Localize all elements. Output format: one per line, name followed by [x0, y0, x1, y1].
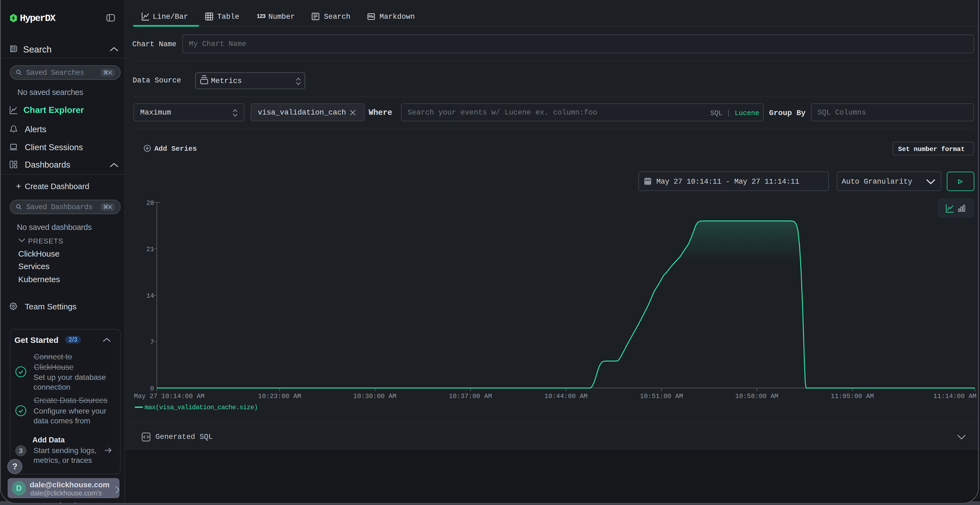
svg-text:11:14:00 AM: 11:14:00 AM — [934, 392, 977, 400]
svg-text:10:44:00 AM: 10:44:00 AM — [544, 392, 587, 400]
svg-text:10:30:00 AM: 10:30:00 AM — [353, 392, 396, 400]
svg-text:May 27 10:14:00 AM: May 27 10:14:00 AM — [134, 392, 204, 400]
svg-text:28: 28 — [146, 199, 154, 207]
svg-text:11:05:00 AM: 11:05:00 AM — [831, 392, 874, 400]
svg-text:10:58:00 AM: 10:58:00 AM — [735, 392, 778, 400]
svg-text:0: 0 — [150, 385, 154, 392]
svg-text:10:37:00 AM: 10:37:00 AM — [449, 392, 492, 400]
svg-text:10:23:00 AM: 10:23:00 AM — [258, 392, 301, 400]
svg-text:10:51:00 AM: 10:51:00 AM — [640, 392, 683, 400]
svg-text:21: 21 — [146, 246, 154, 253]
svg-text:14: 14 — [146, 292, 154, 300]
svg-text:7: 7 — [150, 338, 154, 346]
